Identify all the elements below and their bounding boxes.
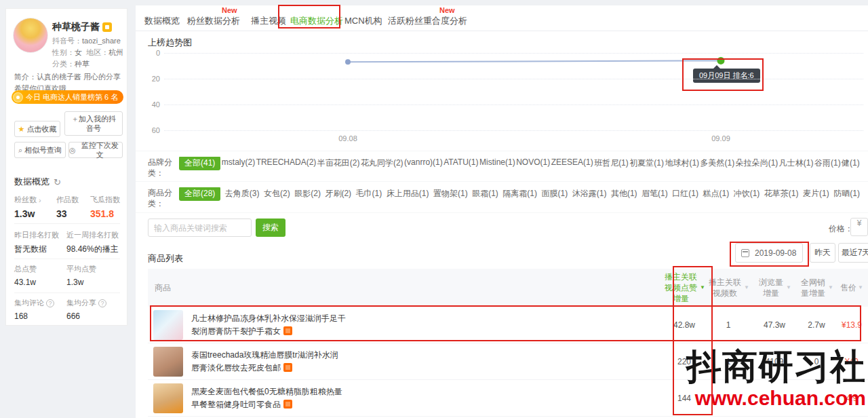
stat-fans[interactable]: 粉丝数› 1.3w [14,195,41,219]
sort-caret-icon: ▼ [828,282,833,293]
help-icon[interactable]: ? [98,299,106,307]
product-title[interactable]: 黑麦全麦面包代餐低0无糖精脂肪粗粮热量早餐整箱健身吐司零食品 [191,385,346,411]
chart-gridline [164,104,863,105]
filter-tag[interactable]: NOVO(1) [516,157,550,167]
date-value: 2019-09-08 [755,248,796,258]
col-sales-increase[interactable]: 全网销量增量▼ [797,277,835,299]
col-video-count[interactable]: 播主关联视频数▼ [705,277,751,299]
table-row[interactable]: 黑麦全麦面包代餐低0无糖精脂肪粗粮热量早餐整箱健身吐司零食品 144 4.9 [148,380,868,417]
price-min-input[interactable]: ¥ [850,218,868,236]
chevron-right-icon: › [39,196,41,204]
stat-avg-likes: 平均点赞 1.3w [66,264,96,287]
col-views-increase[interactable]: 浏览量增量▼ [751,277,797,299]
monitor-post-button[interactable]: ◎监控下次发文 [68,142,123,158]
stat-rank-week: 近一周排名打败 98.46%的播主 [66,230,119,255]
filter-tag[interactable]: 花丸同学(2) [361,157,403,169]
price-value: ¥49 [835,357,868,366]
filter-tag[interactable]: 半亩花田(2) [317,157,360,169]
col-price[interactable]: 售价▼ [835,282,868,293]
filter-tag[interactable]: 口红(1) [672,188,698,200]
filter-tag[interactable]: 牙刷(2) [325,188,351,200]
video-count-value: 1 [705,357,751,366]
filter-tag[interactable]: TREECHADA(2) [256,157,317,167]
filter-tag[interactable]: 女包(2) [264,188,290,200]
new-badge: New [222,6,237,14]
region-value: 杭州 [108,48,123,56]
filter-tag[interactable]: 面膜(1) [542,188,568,200]
filter-tag[interactable]: 花草茶(1) [764,188,799,200]
filter-tag[interactable]: 多美然(1) [701,157,735,169]
filter-tag[interactable]: ZEESEA(1) [551,157,593,167]
date-picker[interactable]: 2019-09-08 [735,243,803,263]
filter-tag[interactable]: 眼影(2) [294,188,321,200]
filter-tag[interactable]: 初夏堂(1) [629,157,664,169]
table-row[interactable]: 凡士林修护晶冻身体乳补水保湿滋润手足干裂润唇膏防干裂护手霜女 42.8w 1 4… [148,307,868,343]
filter-tag[interactable]: 地球村(1) [665,157,699,169]
rank-trend-chart: 0 20 40 60 09.08 09.09 09月09日 排名:6 [148,46,863,148]
product-title[interactable]: 凡士林修护晶冻身体乳补水保湿滋润手足干裂润唇膏防干裂护手霜女 [191,312,346,338]
range-yesterday-button[interactable]: 昨天 [810,243,835,263]
tab-videos[interactable]: 播主视频 [251,15,286,27]
col-product[interactable]: 商品 [148,282,663,293]
filter-tag[interactable]: ATATU(1) [443,157,478,167]
rank-badge[interactable]: 今日 电商达人销量榜第 6 名 [12,90,123,104]
filter-tag[interactable]: 朵拉朵尚(1) [736,157,778,169]
product-image [153,310,183,340]
col-likes-increase[interactable]: 播主关联视频点赞增量▼ [663,271,705,304]
profile-sidebar: 种草桃子酱 抖音号：taozi_share 性别：女 地区：杭州 分类：种草 简… [5,8,127,326]
filter-tag[interactable]: (vanrro)(1) [404,157,443,167]
verified-badge-icon [102,22,112,32]
tab-mcn[interactable]: MCN机构 [344,15,382,27]
filter-tag[interactable]: 班哲尼(1) [594,157,629,169]
filter-tag[interactable]: mstaly(2) [222,157,255,167]
gender-label: 性别： [52,48,75,56]
filter-tag[interactable]: 隔离霜(1) [502,188,537,200]
filter-tag[interactable]: 健(1) [842,157,860,169]
tab-bar: 数据概览 粉丝数据分析 New 播主视频 电商数据分析 MCN机构 活跃粉丝重合… [136,5,868,31]
search-button[interactable]: 搜索 [256,218,285,237]
region-label: 地区： [86,48,108,56]
tab-active-fans-overlap[interactable]: 活跃粉丝重合度分析 [388,15,467,27]
favorite-button[interactable]: ★点击收藏 [14,121,60,137]
filter-tag[interactable]: 麦片(1) [803,188,829,200]
filter-tag[interactable]: 眉笔(1) [642,188,668,200]
similar-account-button[interactable]: ⌕相似号查询 [14,142,66,158]
video-count-value: 1 [705,320,751,330]
tab-fans-analysis[interactable]: 粉丝数据分析 [187,15,240,27]
range-7days-button[interactable]: 最近7天 [838,243,868,263]
filter-tag[interactable]: 置物架(1) [433,188,468,200]
refresh-icon[interactable]: ↻ [54,177,61,187]
product-image [153,383,183,413]
filter-tag[interactable]: 防晒(1) [833,188,860,200]
search-input[interactable] [148,218,252,237]
tab-ecommerce-analysis[interactable]: 电商数据分析 [290,15,343,27]
product-title[interactable]: 泰国treechada玫瑰精油唇膜tr滋润补水润唇膏淡化唇纹去死皮包邮 [191,349,346,375]
filter-tag[interactable]: 眼霜(1) [472,188,498,200]
category-label: 分类： [52,60,75,68]
sort-caret-icon: ▼ [700,282,705,293]
sort-caret-icon: ▼ [858,282,863,293]
help-icon[interactable]: ? [46,299,54,307]
filter-tag[interactable]: 全部(41) [179,157,220,170]
join-account-button[interactable]: ＋加入我的抖音号 [64,111,123,136]
trend-line-svg [148,46,863,148]
sort-caret-icon: ▼ [744,282,749,293]
price-value: ¥13.9 [835,320,868,330]
filter-tag[interactable]: 毛巾(1) [356,188,382,200]
tab-data-overview[interactable]: 数据概览 [144,15,180,27]
filter-tag[interactable]: 沐浴露(1) [572,188,607,200]
filter-tag[interactable]: 糕点(1) [703,188,729,200]
filter-tag[interactable]: Mistine(1) [479,157,515,167]
filter-tag[interactable]: 床上用品(1) [387,188,429,200]
table-row[interactable]: 泰国treechada玫瑰精油唇膜tr滋润补水润唇膏淡化唇纹去死皮包邮 220 … [148,343,868,380]
divider [14,292,120,293]
filter-tag[interactable]: 全部(28) [179,187,220,201]
medal-icon [13,92,23,102]
filter-tag[interactable]: 凡士林(1) [779,157,814,169]
stat-rank-yesterday: 昨日排名打败 暂无数据 [14,230,59,255]
data-point [717,57,725,64]
filter-tag[interactable]: 去角质(3) [225,188,260,200]
filter-tag[interactable]: 冲饮(1) [734,188,760,200]
filter-tag[interactable]: 其他(1) [611,188,637,200]
filter-tag[interactable]: 谷雨(1) [814,157,841,169]
